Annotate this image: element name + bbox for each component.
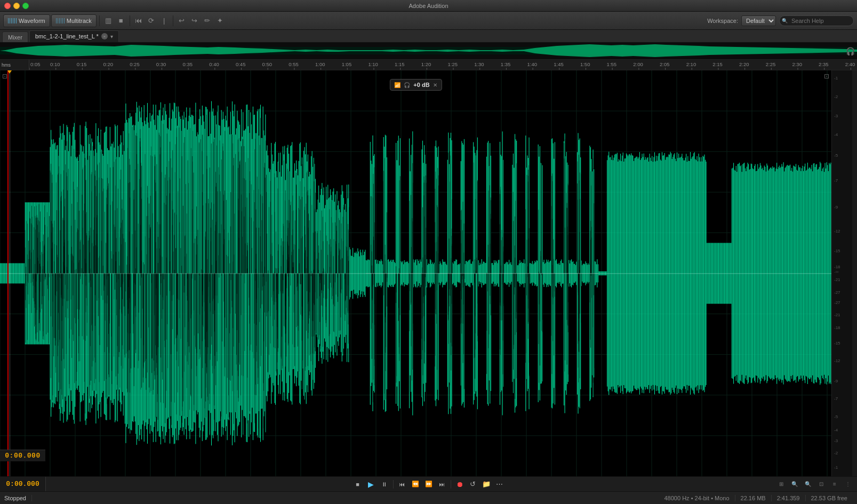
svg-text:-12: -12 xyxy=(834,229,840,234)
svg-text:0:55: 0:55 xyxy=(289,62,299,67)
status-duration: 2:41.359 xyxy=(772,495,806,501)
svg-text:2:00: 2:00 xyxy=(633,62,643,67)
waveform-label: Waveform xyxy=(19,18,45,24)
ruler-ticks-svg: 0:05 0:10 0:15 0:20 0:25 0:30 0:35 0:40 … xyxy=(29,60,857,70)
svg-text:1:40: 1:40 xyxy=(527,62,538,67)
output-button[interactable]: 📁 xyxy=(480,478,492,490)
zoom-full-button[interactable]: ⊞ xyxy=(775,478,787,490)
toolbar-icon-btn-8[interactable]: ✏ xyxy=(202,15,213,27)
svg-rect-1 xyxy=(29,60,857,70)
ruler-hms-label: hms xyxy=(0,60,29,70)
waveform-canvas xyxy=(0,70,831,476)
more-button[interactable]: ⋯ xyxy=(494,478,506,490)
tab-editor[interactable]: bmc_1-2-1_line_test_L * × ▾ xyxy=(29,30,119,42)
toolbar: Waveform Multitrack ▥ ■ ⏮ ⟳ | ↩ ↪ ✏ ✦ Wo… xyxy=(0,12,857,30)
vertical-scrollbar[interactable] xyxy=(852,70,857,476)
overview-right-icon[interactable]: 🎧 xyxy=(846,47,855,55)
skip-start-button[interactable]: ⏮ xyxy=(396,478,408,490)
search-input[interactable] xyxy=(779,15,854,26)
title-bar: Adobe Audition xyxy=(0,0,857,12)
multitrack-button[interactable]: Multitrack xyxy=(51,14,97,27)
svg-text:-15: -15 xyxy=(834,341,840,346)
svg-text:1:30: 1:30 xyxy=(474,62,484,67)
svg-text:1:20: 1:20 xyxy=(421,62,431,67)
skip-end-button[interactable]: ⏭ xyxy=(436,478,448,490)
workspace-area: Workspace: Default xyxy=(707,15,854,26)
toolbar-icon-btn-3[interactable]: ⏮ xyxy=(133,15,145,27)
editor-tab-label: bmc_1-2-1_line_test_L * xyxy=(35,33,99,39)
svg-text:-3: -3 xyxy=(834,438,838,443)
gain-value: +0 dB xyxy=(413,82,429,88)
window-controls xyxy=(4,3,29,9)
multitrack-label: Multitrack xyxy=(67,18,92,24)
waveform-button[interactable]: Waveform xyxy=(3,14,50,27)
svg-text:1:15: 1:15 xyxy=(395,62,405,67)
tab-mixer[interactable]: Mixer xyxy=(2,31,28,42)
svg-text:2:30: 2:30 xyxy=(792,62,802,67)
svg-text:-2: -2 xyxy=(834,94,838,99)
svg-text:-5: -5 xyxy=(834,414,838,419)
svg-text:-12: -12 xyxy=(834,358,840,363)
editor-area: 🎧 hms 0:05 0:10 0:15 0:20 0:25 0:30 0:35… xyxy=(0,43,857,476)
tab-bar: Mixer bmc_1-2-1_line_test_L * × ▾ xyxy=(0,30,857,43)
svg-text:0:35: 0:35 xyxy=(183,62,193,67)
svg-text:-7: -7 xyxy=(834,178,838,183)
svg-text:2:15: 2:15 xyxy=(712,62,723,67)
toolbar-icon-btn-5[interactable]: | xyxy=(158,15,170,27)
maximize-button[interactable] xyxy=(22,3,29,9)
zoom-out-button[interactable]: 🔍 xyxy=(802,478,814,490)
play-button[interactable]: ▶ xyxy=(365,478,377,490)
rewind-button[interactable]: ⏪ xyxy=(410,478,421,490)
pause-button[interactable]: ⏸ xyxy=(379,478,390,490)
workspace-select[interactable]: Default xyxy=(741,15,776,26)
fast-forward-button[interactable]: ⏩ xyxy=(423,478,435,490)
multitrack-icon xyxy=(56,18,65,23)
toolbar-icon-btn-6[interactable]: ↩ xyxy=(176,15,188,27)
svg-text:1:35: 1:35 xyxy=(501,62,511,67)
toolbar-separator-2 xyxy=(130,15,130,26)
normalize-icon[interactable]: ⊡ xyxy=(2,73,7,80)
mixer-tab-label: Mixer xyxy=(8,34,22,41)
stop-button[interactable]: ■ xyxy=(352,478,364,490)
toolbar-icon-btn-4[interactable]: ⟳ xyxy=(146,15,157,27)
status-free-space: 22.53 GB free xyxy=(806,495,853,501)
transport-time-left: 0:00.000 xyxy=(0,477,46,491)
toolbar-icon-btn-1[interactable]: ▥ xyxy=(102,15,114,27)
toolbar-icon-btn-2[interactable]: ■ xyxy=(115,15,127,27)
status-state: Stopped xyxy=(4,495,32,501)
svg-text:2:40: 2:40 xyxy=(845,62,855,67)
zoom-in-button[interactable]: 🔍 xyxy=(789,478,800,490)
svg-text:-27: -27 xyxy=(834,300,840,305)
svg-text:1:45: 1:45 xyxy=(554,62,564,67)
svg-text:0:05: 0:05 xyxy=(30,62,41,67)
zoom-nav-button[interactable]: ≡ xyxy=(829,478,840,490)
svg-text:-3: -3 xyxy=(834,114,838,118)
tab-close-btn[interactable]: × xyxy=(101,33,108,39)
zoom-selection-button[interactable]: ⊡ xyxy=(815,478,827,490)
svg-text:-21: -21 xyxy=(834,313,840,318)
tab-pin-icon: ▾ xyxy=(110,34,113,39)
overview-minimap[interactable]: 🎧 xyxy=(0,43,857,60)
svg-text:-18: -18 xyxy=(834,325,840,330)
minimize-button[interactable] xyxy=(13,3,20,9)
app-title: Adobe Audition xyxy=(409,3,448,9)
waveform-container[interactable]: 📶 🎧 +0 dB ✕ ⊡ ⊡ -1 -2 -3 -4 -5 -7 -9 xyxy=(0,70,857,476)
svg-text:1:55: 1:55 xyxy=(607,62,617,67)
svg-text:2:35: 2:35 xyxy=(819,62,829,67)
transport-time-display: 0:00.000 xyxy=(6,480,39,488)
expand-icon[interactable]: ✕ xyxy=(433,82,437,88)
svg-text:-4: -4 xyxy=(834,428,838,433)
toolbar-separator-3 xyxy=(173,15,173,26)
record-button[interactable]: ⏺ xyxy=(454,478,466,490)
status-sample-rate: 48000 Hz • 24-bit • Mono xyxy=(659,495,735,501)
close-button[interactable] xyxy=(4,3,11,9)
loop-button[interactable]: ↺ xyxy=(467,478,479,490)
svg-text:2:10: 2:10 xyxy=(686,62,696,67)
db-ruler: -1 -2 -3 -4 -5 -7 -9 -12 -15 -18 -21 -27… xyxy=(831,70,852,476)
zoom-more-button[interactable]: ⋮ xyxy=(842,478,854,490)
toolbar-icon-btn-9[interactable]: ✦ xyxy=(214,15,226,27)
waveform-display[interactable]: 📶 🎧 +0 dB ✕ ⊡ ⊡ xyxy=(0,70,831,476)
toolbar-icon-btn-7[interactable]: ↪ xyxy=(189,15,201,27)
normalize-icon-right[interactable]: ⊡ xyxy=(824,73,829,80)
transport-bar: 0:00.000 ■ ▶ ⏸ ⏮ ⏪ ⏩ ⏭ ⏺ ↺ 📁 ⋯ ⊞ 🔍 🔍 ⊡ ≡… xyxy=(0,476,857,491)
